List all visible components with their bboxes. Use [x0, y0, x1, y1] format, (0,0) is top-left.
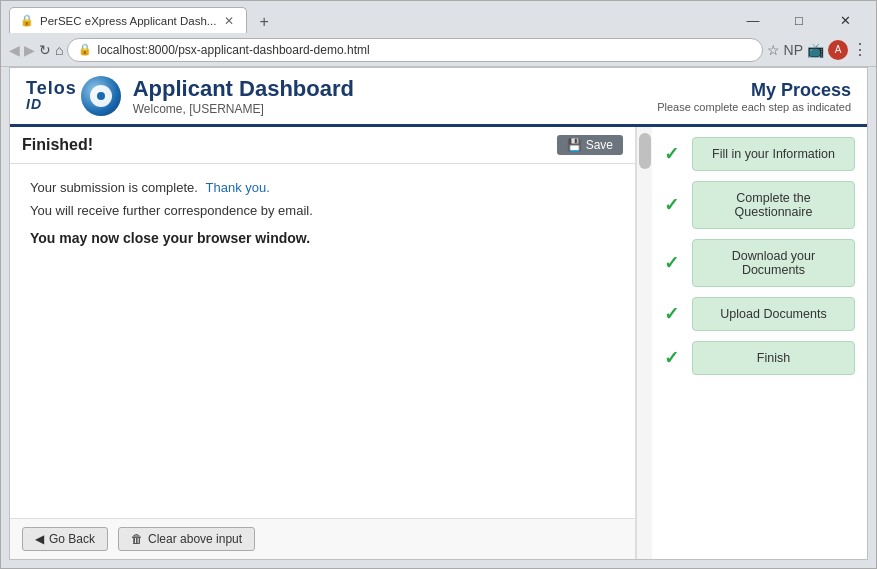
back-label: Go Back [49, 532, 95, 546]
panel-content: Your submission is complete. Thank you. … [10, 164, 635, 518]
line1-text: Your submission is complete. [30, 180, 198, 195]
step-check-3: ✓ [664, 252, 684, 274]
app-header: Telos ID Applicant Dashboard Welcome, [U… [10, 68, 867, 127]
app-window: Telos ID Applicant Dashboard Welcome, [U… [9, 67, 868, 560]
clear-input-button[interactable]: 🗑 Clear above input [118, 527, 255, 551]
my-process-header: My Process Please complete each step as … [657, 80, 851, 113]
logo-sphere-inner [90, 85, 112, 107]
panel-title: Finished! [22, 136, 93, 154]
avatar-icon[interactable]: A [828, 40, 848, 60]
logo-id: ID [26, 97, 77, 112]
save-label: Save [586, 138, 613, 152]
step-item-2: ✓ Complete the Questionnaire [664, 181, 855, 229]
panel-header: Finished! 💾 Save [10, 127, 635, 164]
profile-icon[interactable]: NP [784, 42, 803, 58]
step-button-2[interactable]: Complete the Questionnaire [692, 181, 855, 229]
scrollbar[interactable] [636, 127, 652, 559]
tab-close-icon[interactable]: ✕ [222, 14, 236, 28]
app-welcome: Welcome, [USERNAME] [133, 102, 657, 116]
left-panel: Finished! 💾 Save Your submission is comp… [10, 127, 636, 559]
tab-title: PerSEC eXpress Applicant Dash... [40, 15, 216, 27]
back-nav-button[interactable]: ◀ [9, 42, 20, 58]
step-button-1[interactable]: Fill in your Information [692, 137, 855, 171]
logo-sphere [81, 76, 121, 116]
footer: ◀ Go Back 🗑 Clear above input [10, 518, 635, 559]
menu-icon[interactable]: ⋮ [852, 40, 868, 59]
maximize-button[interactable]: □ [776, 7, 822, 33]
window-controls: — □ ✕ [730, 7, 868, 33]
step-check-5: ✓ [664, 347, 684, 369]
save-icon: 💾 [567, 138, 582, 152]
back-icon: ◀ [35, 532, 44, 546]
app-title-area: Applicant Dashboard Welcome, [USERNAME] [133, 76, 657, 116]
tab-row: 🔒 PerSEC eXpress Applicant Dash... ✕ + —… [1, 1, 876, 33]
step-button-4[interactable]: Upload Documents [692, 297, 855, 331]
step-item-5: ✓ Finish [664, 341, 855, 375]
reload-button[interactable]: ↻ [39, 42, 51, 58]
logo-text-area: Telos ID [26, 79, 77, 112]
scroll-thumb[interactable] [639, 133, 651, 169]
right-panel: ✓ Fill in your Information ✓ Complete th… [652, 127, 867, 559]
tab-favicon: 🔒 [20, 14, 34, 27]
thank-you-link[interactable]: Thank you. [206, 180, 270, 195]
home-button[interactable]: ⌂ [55, 42, 63, 58]
cast-icon[interactable]: 📺 [807, 42, 824, 58]
forward-nav-button[interactable]: ▶ [24, 42, 35, 58]
minimize-button[interactable]: — [730, 7, 776, 33]
app-title: Applicant Dashboard [133, 76, 657, 102]
new-tab-button[interactable]: + [251, 11, 276, 33]
step-button-3[interactable]: Download your Documents [692, 239, 855, 287]
bookmark-icon[interactable]: ☆ [767, 42, 780, 58]
lock-icon: 🔒 [78, 43, 92, 56]
address-bar: ◀ ▶ ↻ ⌂ 🔒 ☆ NP 📺 A ⋮ [1, 33, 876, 67]
completion-line1: Your submission is complete. Thank you. [30, 180, 615, 195]
save-button[interactable]: 💾 Save [557, 135, 623, 155]
url-bar-container: 🔒 [67, 38, 762, 62]
step-item-4: ✓ Upload Documents [664, 297, 855, 331]
step-item-3: ✓ Download your Documents [664, 239, 855, 287]
main-content: Finished! 💾 Save Your submission is comp… [10, 127, 867, 559]
step-check-2: ✓ [664, 194, 684, 216]
active-tab[interactable]: 🔒 PerSEC eXpress Applicant Dash... ✕ [9, 7, 247, 33]
close-button[interactable]: ✕ [822, 7, 868, 33]
clear-label: Clear above input [148, 532, 242, 546]
go-back-button[interactable]: ◀ Go Back [22, 527, 108, 551]
logo: Telos ID [26, 76, 121, 116]
completion-line3: You may now close your browser window. [30, 230, 615, 246]
browser-frame: 🔒 PerSEC eXpress Applicant Dash... ✕ + —… [0, 0, 877, 569]
clear-icon: 🗑 [131, 532, 143, 546]
step-check-1: ✓ [664, 143, 684, 165]
step-button-5[interactable]: Finish [692, 341, 855, 375]
logo-sphere-dot [97, 92, 105, 100]
step-check-4: ✓ [664, 303, 684, 325]
url-input[interactable] [97, 43, 751, 57]
my-process-title: My Process [657, 80, 851, 101]
completion-line2: You will receive further correspondence … [30, 203, 615, 218]
my-process-subtitle: Please complete each step as indicated [657, 101, 851, 113]
step-item-1: ✓ Fill in your Information [664, 137, 855, 171]
